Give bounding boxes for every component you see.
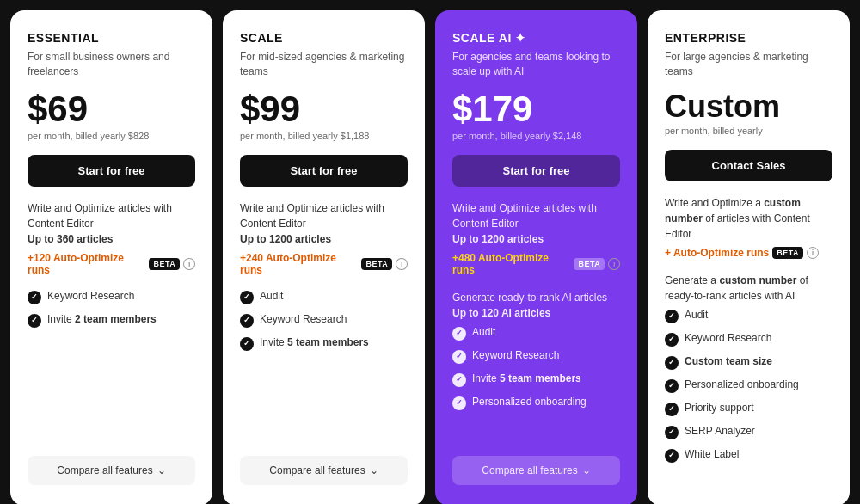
checklist-item: Custom team size xyxy=(665,355,832,370)
feature-checklist: Audit Keyword Research Invite 5 team mem… xyxy=(240,290,408,360)
checklist-item: SERP Analyzer xyxy=(665,425,832,439)
check-icon xyxy=(452,373,466,387)
plan-scale: SCALE For mid-sized agencies & marketing… xyxy=(223,10,425,504)
plan-price-detail: per month, billed yearly $1,188 xyxy=(240,131,408,141)
sparkle-icon: ✦ xyxy=(515,31,526,45)
plan-scale-ai: SCALE AI ✦ For agencies and teams lookin… xyxy=(435,10,637,504)
feature-line1: Write and Optimize articles with Content… xyxy=(452,200,620,247)
feature-line1: Write and Optimize articles with Content… xyxy=(240,200,408,247)
cta-button[interactable]: Start for free xyxy=(28,155,195,187)
check-icon xyxy=(240,314,254,328)
plan-subtitle: For small business owners and freelancer… xyxy=(28,50,195,79)
auto-optimize: +240 Auto-Optimize runs BETA i xyxy=(240,252,408,276)
check-icon xyxy=(665,356,679,370)
plan-name: ESSENTIAL xyxy=(28,31,195,45)
beta-badge: BETA xyxy=(772,247,803,259)
info-icon[interactable]: i xyxy=(608,258,620,270)
plan-price-detail: per month, billed yearly xyxy=(665,126,832,136)
feature-line1: Write and Optimize a custom number of ar… xyxy=(665,195,832,242)
compare-button[interactable]: Compare all features ⌄ xyxy=(28,456,195,485)
ai-feature-line: Generate a custom number of ready-to-ran… xyxy=(665,273,832,304)
checklist-label: Keyword Research xyxy=(47,290,134,304)
checklist-item: Personalized onboarding xyxy=(665,378,832,393)
check-icon xyxy=(240,337,254,351)
cta-button[interactable]: Contact Sales xyxy=(665,150,832,181)
plan-price-detail: per month, billed yearly $2,148 xyxy=(452,131,620,141)
checklist-item: Priority support xyxy=(665,402,832,416)
check-icon xyxy=(452,327,466,341)
feature-checklist: Keyword Research Invite 2 team members xyxy=(28,290,195,336)
check-icon xyxy=(665,333,679,347)
check-icon xyxy=(665,403,679,416)
ai-feature-section: Generate ready-to-rank AI articles Up to… xyxy=(452,290,620,321)
check-icon xyxy=(665,310,679,323)
checklist-item: Personalized onboarding xyxy=(452,396,620,410)
info-icon[interactable]: i xyxy=(396,258,408,270)
checklist-label: Custom team size xyxy=(685,355,772,369)
info-icon[interactable]: i xyxy=(183,258,195,270)
checklist-label: Keyword Research xyxy=(685,332,771,346)
plan-price: $179 xyxy=(452,91,620,127)
chevron-down-icon: ⌄ xyxy=(370,464,378,476)
check-icon xyxy=(452,350,466,364)
checklist-label: Invite 2 team members xyxy=(47,313,157,327)
check-icon xyxy=(240,291,254,304)
compare-button[interactable]: Compare all features ⌄ xyxy=(452,456,620,485)
plan-subtitle: For large agencies & marketing teams xyxy=(665,50,832,79)
checklist-item: Audit xyxy=(452,326,620,341)
plan-price: $99 xyxy=(240,91,408,127)
feature-line1: Write and Optimize articles with Content… xyxy=(28,200,195,247)
checklist-label: Audit xyxy=(685,309,708,323)
check-icon xyxy=(665,449,679,463)
checklist-item: Audit xyxy=(240,290,408,304)
beta-badge: BETA xyxy=(149,258,180,270)
check-icon xyxy=(28,291,41,304)
checklist-item: Keyword Research xyxy=(240,313,408,328)
checklist-label: Priority support xyxy=(685,402,754,415)
plan-price-detail: per month, billed yearly $828 xyxy=(28,131,195,141)
checklist-label: Keyword Research xyxy=(260,313,347,327)
checklist-item: White Label xyxy=(665,448,832,463)
checklist-item: Audit xyxy=(665,309,832,323)
pricing-grid: ESSENTIAL For small business owners and … xyxy=(10,10,850,504)
plan-subtitle: For agencies and teams looking to scale … xyxy=(452,50,620,79)
check-icon xyxy=(28,314,41,328)
info-icon[interactable]: i xyxy=(807,247,819,259)
beta-badge: BETA xyxy=(574,258,605,270)
auto-optimize: +480 Auto-Optimize runs BETA i xyxy=(452,252,620,276)
checklist-item: Invite 5 team members xyxy=(240,336,408,351)
checklist-label: Invite 5 team members xyxy=(472,372,581,386)
checklist-item: Keyword Research xyxy=(665,332,832,347)
plan-enterprise: ENTERPRISE For large agencies & marketin… xyxy=(648,10,850,504)
checklist-item: Keyword Research xyxy=(452,349,620,364)
plan-name: SCALE AI ✦ xyxy=(452,31,620,45)
checklist-label: Audit xyxy=(260,290,283,304)
cta-button[interactable]: Start for free xyxy=(240,155,408,187)
chevron-down-icon: ⌄ xyxy=(157,464,166,476)
cta-button[interactable]: Start for free xyxy=(452,155,620,187)
feature-checklist: Audit Keyword Research Custom team size … xyxy=(665,309,832,471)
beta-badge: BETA xyxy=(361,258,392,270)
plan-subtitle: For mid-sized agencies & marketing teams xyxy=(240,50,408,79)
auto-optimize: +120 Auto-Optimize runs BETA i xyxy=(28,252,195,276)
plan-essential: ESSENTIAL For small business owners and … xyxy=(10,10,212,504)
checklist-label: SERP Analyzer xyxy=(685,425,755,439)
checklist-label: White Label xyxy=(685,448,739,462)
auto-optimize: + Auto-Optimize runs BETA i xyxy=(665,247,832,259)
compare-button[interactable]: Compare all features ⌄ xyxy=(240,456,408,485)
feature-checklist: Audit Keyword Research Invite 5 team mem… xyxy=(452,326,620,419)
check-icon xyxy=(665,379,679,393)
check-icon xyxy=(665,426,679,439)
checklist-item: Keyword Research xyxy=(28,290,195,304)
plan-price: Custom xyxy=(665,91,832,122)
plan-price: $69 xyxy=(28,91,195,127)
checklist-label: Audit xyxy=(472,326,495,340)
chevron-down-icon: ⌄ xyxy=(582,464,591,476)
checklist-item: Invite 2 team members xyxy=(28,313,195,328)
plan-name: ENTERPRISE xyxy=(665,31,832,45)
checklist-label: Keyword Research xyxy=(472,349,559,363)
checklist-item: Invite 5 team members xyxy=(452,372,620,387)
plan-name: SCALE xyxy=(240,31,408,45)
checklist-label: Personalized onboarding xyxy=(685,378,799,392)
checklist-label: Personalized onboarding xyxy=(472,396,587,409)
